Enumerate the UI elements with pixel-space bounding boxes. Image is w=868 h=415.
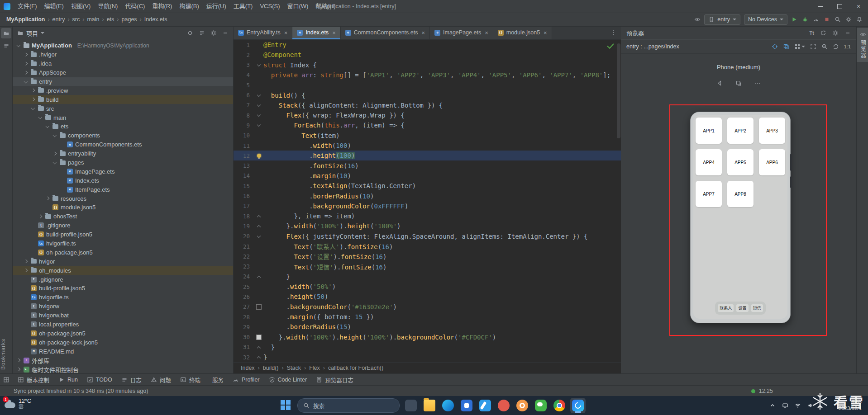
- collapse-all-icon[interactable]: [199, 30, 205, 36]
- taskbar-app-photos[interactable]: [515, 398, 530, 413]
- preview-app-tile-APP4[interactable]: APP4: [696, 149, 722, 175]
- tray-expand-icon[interactable]: [769, 402, 776, 409]
- editor-breadcrumb-item[interactable]: Stack: [287, 365, 301, 371]
- menu-item-0[interactable]: 文件(F): [14, 0, 41, 13]
- preview-app-tile-APP8[interactable]: APP8: [727, 181, 754, 207]
- taskbar-search[interactable]: 搜索: [297, 398, 400, 413]
- start-button[interactable]: [278, 398, 294, 413]
- editor-tab-EntryAbility.ts[interactable]: tsEntryAbility.ts×: [234, 26, 292, 39]
- menu-item-3[interactable]: 导航(N): [94, 0, 121, 13]
- close-icon[interactable]: ×: [332, 29, 336, 36]
- expand-arrow-icon[interactable]: [23, 259, 29, 264]
- close-button[interactable]: ×: [849, 0, 868, 13]
- back-icon[interactable]: [716, 80, 723, 86]
- hide-icon[interactable]: [844, 30, 851, 36]
- search-icon[interactable]: [835, 16, 841, 23]
- toolwindow-button-服务[interactable]: 服务: [205, 374, 228, 386]
- project-panel-title[interactable]: 项目: [26, 29, 38, 38]
- tree-item-Index.ets[interactable]: eIndex.ets: [13, 176, 233, 185]
- code-line-23[interactable]: 23 Text('短信').fontSize(16): [234, 261, 621, 271]
- code-line-6[interactable]: 6 build() {: [234, 90, 621, 100]
- tree-item-ItemPage.ets[interactable]: eItemPage.ets: [13, 185, 233, 194]
- toolwindow-button-Run[interactable]: Run: [54, 374, 82, 386]
- expand-arrow-icon[interactable]: [44, 196, 50, 202]
- code-line-5[interactable]: 5: [234, 80, 621, 90]
- code-line-18[interactable]: 18 }, item => item): [234, 211, 621, 221]
- color-swatch[interactable]: [256, 304, 262, 310]
- tree-item-hvigorw.bat[interactable]: thvigorw.bat: [13, 311, 233, 320]
- bookmarks-toolwindow-button[interactable]: Bookmarks: [0, 339, 12, 370]
- taskbar-app-explorer[interactable]: [422, 398, 437, 413]
- code-line-17[interactable]: 17 .backgroundColor(0xFFFFFF): [234, 201, 621, 211]
- tree-item-local.properties[interactable]: tlocal.properties: [13, 320, 233, 329]
- tree-item-build[interactable]: build: [13, 95, 233, 104]
- taskbar-app-wechat[interactable]: [533, 398, 548, 413]
- multitask-icon[interactable]: [735, 80, 742, 86]
- code-line-13[interactable]: 13 .fontSize(16): [234, 160, 621, 170]
- toolwindow-button-预览器日志[interactable]: 预览器日志: [311, 374, 358, 386]
- frame-icon[interactable]: [810, 43, 816, 50]
- tree-item-module.json5[interactable]: {}module.json5: [13, 203, 233, 212]
- tree-item-.hvigor[interactable]: .hvigor: [13, 50, 233, 59]
- code-line-12[interactable]: 12 .height(100): [234, 151, 621, 160]
- code-line-15[interactable]: 15 .textAlign(TextAlign.Center): [234, 181, 621, 191]
- expand-arrow-icon[interactable]: [15, 358, 21, 363]
- zoom-out-icon[interactable]: [821, 43, 828, 50]
- tree-item-main[interactable]: main: [13, 113, 233, 122]
- code-line-22[interactable]: 22 Text('设置').fontSize(16): [234, 251, 621, 261]
- close-icon[interactable]: ×: [544, 29, 547, 36]
- refresh-icon[interactable]: [820, 30, 826, 36]
- taskbar-app-edge[interactable]: [440, 398, 456, 413]
- code-line-27[interactable]: 27 .backgroundColor('#16302e2e'): [234, 302, 621, 312]
- toolwindow-button-终端[interactable]: 终端: [176, 374, 205, 386]
- tree-item-AppScope[interactable]: AppScope: [13, 68, 233, 77]
- taskbar-app-mail[interactable]: [496, 398, 511, 413]
- close-icon[interactable]: ×: [421, 29, 425, 36]
- scrollbar-thumb[interactable]: [617, 43, 620, 138]
- fold-icon[interactable]: [257, 234, 261, 239]
- caret-position[interactable]: 12:25: [759, 388, 773, 394]
- maximize-button[interactable]: [830, 0, 849, 13]
- debug-icon[interactable]: [802, 16, 808, 23]
- toolwindow-button-日志[interactable]: 日志: [117, 374, 146, 386]
- code-line-20[interactable]: 20 Flex({ justifyContent: FlexAlign.Spac…: [234, 231, 621, 241]
- collapse-arrow-icon[interactable]: [15, 42, 21, 48]
- rotate-icon[interactable]: [833, 43, 839, 50]
- preview-app-tile-APP6[interactable]: APP6: [759, 149, 785, 175]
- code-line-32[interactable]: 32}: [234, 352, 621, 362]
- menu-item-10[interactable]: 窗口(W): [284, 0, 312, 13]
- code-line-9[interactable]: 9 ForEach(this.arr, (item) => {: [234, 120, 621, 130]
- breadcrumb-item[interactable]: main: [87, 16, 99, 23]
- menu-item-2[interactable]: 视图(V): [67, 0, 94, 13]
- fold-icon[interactable]: [257, 93, 261, 98]
- menu-item-1[interactable]: 编辑(E): [41, 0, 67, 13]
- editor-scrollbar[interactable]: [616, 40, 621, 362]
- editor-breadcrumb-item[interactable]: Index: [241, 365, 255, 371]
- settings-icon[interactable]: [832, 30, 839, 36]
- minimize-button[interactable]: [811, 0, 830, 13]
- zoom-ratio[interactable]: 1:1: [844, 44, 851, 49]
- close-icon[interactable]: ×: [485, 29, 488, 36]
- fold-icon[interactable]: [257, 123, 261, 127]
- device-selector[interactable]: No Devices: [744, 14, 787, 25]
- code-line-11[interactable]: 11 .width(100): [234, 141, 621, 151]
- tree-item-hvigorfile.ts[interactable]: tshvigorfile.ts: [13, 293, 233, 302]
- tree-item-.idea[interactable]: .idea: [13, 59, 233, 68]
- editor-tab-CommonComponents.ets[interactable]: eCommonComponents.ets×: [341, 26, 430, 39]
- expand-arrow-icon[interactable]: [23, 52, 29, 57]
- collapse-arrow-icon[interactable]: [52, 160, 57, 165]
- tree-item-oh-package-lock.json5[interactable]: {}oh-package-lock.json5: [13, 338, 233, 347]
- code-line-28[interactable]: 28 .margin({ bottom: 15 }): [234, 312, 621, 322]
- fold-icon[interactable]: [257, 274, 261, 279]
- phone-screen[interactable]: APP1APP2APP3APP4APP5APP6APP7APP8 联系人设置短信: [693, 115, 787, 319]
- code-line-19[interactable]: 19 }.width('100%').height('100%'): [234, 221, 621, 231]
- preview-app-tile-APP3[interactable]: APP3: [759, 118, 785, 144]
- tree-item-MyApplication[interactable]: MyApplicationE:\HarmonyOS\MyApplication: [13, 41, 233, 50]
- code-line-21[interactable]: 21 Text('联系人').fontSize(16): [234, 241, 621, 251]
- tree-item-外部库[interactable]: L外部库: [13, 356, 233, 365]
- taskbar-app-store[interactable]: [459, 398, 474, 413]
- preview-dock-item[interactable]: 联系人: [718, 304, 734, 312]
- inspect-icon[interactable]: [772, 43, 778, 50]
- expand-arrow-icon[interactable]: [30, 88, 36, 94]
- grid-icon[interactable]: [794, 43, 805, 50]
